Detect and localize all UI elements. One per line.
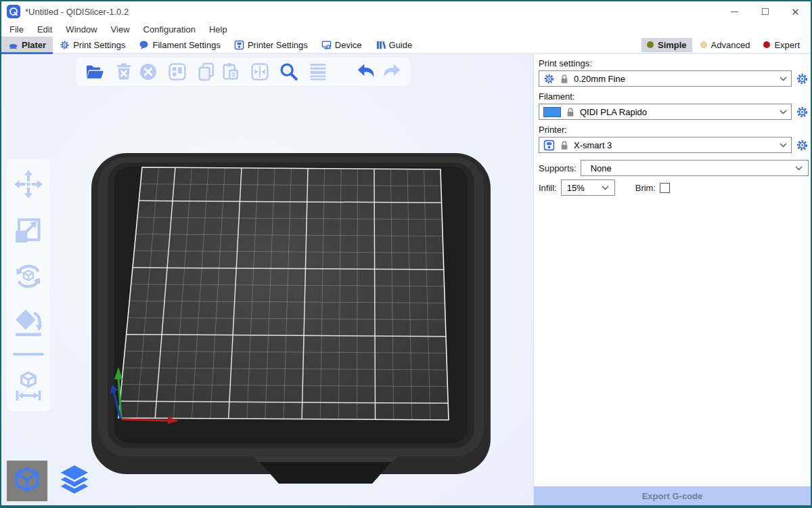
- undo-button[interactable]: [355, 60, 379, 84]
- place-on-face-icon: [13, 307, 44, 338]
- mode-expert[interactable]: Expert: [758, 38, 805, 52]
- measure-button[interactable]: [13, 371, 44, 402]
- redo-icon: [380, 60, 403, 83]
- maximize-button[interactable]: [750, 1, 780, 22]
- filament-value: QIDI PLA Rapido: [580, 107, 647, 117]
- close-icon: ✕: [791, 7, 800, 17]
- brim-label: Brim:: [635, 183, 656, 193]
- print-settings-label: Print settings:: [539, 58, 809, 68]
- window-title: *Untitled - QIDISlicer-1.0.2: [25, 7, 129, 17]
- menu-help[interactable]: Help: [202, 24, 234, 35]
- menu-configuration[interactable]: Configuration: [137, 24, 202, 35]
- variable-layer-height-button[interactable]: [306, 60, 330, 84]
- paste-button[interactable]: [219, 60, 243, 84]
- printer-label: Printer:: [539, 125, 809, 135]
- settings-sidebar: Print settings: 0.20mm Fine Filament: QI…: [533, 54, 811, 505]
- search-button[interactable]: [277, 60, 301, 84]
- open-folder-icon: [84, 61, 106, 83]
- printer-combo[interactable]: X-smart 3: [539, 137, 792, 153]
- filament-color-swatch: [543, 107, 561, 117]
- lock-icon: [566, 107, 575, 117]
- edit-printer-button[interactable]: [795, 138, 809, 152]
- tab-label: Plater: [22, 40, 46, 50]
- mode-advanced[interactable]: Advanced: [695, 38, 756, 52]
- layer-height-icon: [307, 61, 329, 83]
- menu-view[interactable]: View: [104, 24, 137, 35]
- view-3d-editor-button[interactable]: [7, 461, 47, 501]
- lock-icon: [560, 140, 569, 150]
- tab-label: Printer Settings: [248, 40, 308, 50]
- menu-bar: File Edit Window View Configuration Help: [1, 22, 811, 37]
- view-preview-button[interactable]: [54, 461, 95, 501]
- undo-icon: [355, 60, 378, 83]
- viewport-3d[interactable]: [1, 54, 533, 505]
- tab-device[interactable]: Device: [315, 37, 369, 53]
- maximize-icon: [762, 8, 769, 15]
- app-logo-icon: [7, 5, 20, 18]
- tab-label: Guide: [389, 40, 413, 50]
- lock-icon: [560, 74, 569, 84]
- arrange-icon: [166, 61, 188, 83]
- copy-button[interactable]: [194, 60, 219, 84]
- chevron-down-icon: [795, 166, 803, 171]
- menu-window[interactable]: Window: [59, 24, 104, 35]
- toolbar-top: [76, 58, 410, 86]
- export-gcode-button[interactable]: Export G-code: [534, 486, 811, 505]
- tab-label: Filament Settings: [152, 40, 220, 50]
- chevron-down-icon: [602, 186, 609, 190]
- arrange-button[interactable]: [165, 60, 189, 84]
- delete-icon: [113, 61, 135, 83]
- close-button[interactable]: ✕: [780, 1, 811, 22]
- delete-all-icon: [137, 61, 159, 83]
- supports-combo[interactable]: None: [581, 160, 809, 176]
- move-button[interactable]: [13, 169, 44, 200]
- redo-button[interactable]: [379, 60, 403, 84]
- rotate-button[interactable]: [13, 261, 44, 292]
- place-on-face-button[interactable]: [13, 307, 44, 338]
- tab-guide[interactable]: Guide: [369, 37, 420, 53]
- scale-button[interactable]: [13, 215, 44, 246]
- printer-icon: [543, 140, 555, 151]
- tab-plater[interactable]: Plater: [1, 37, 53, 53]
- edit-print-settings-button[interactable]: [795, 72, 809, 85]
- bed-handle: [257, 459, 394, 484]
- tab-print-settings[interactable]: Print Settings: [53, 37, 132, 53]
- open-button[interactable]: [83, 60, 107, 84]
- plater-icon: [8, 40, 18, 50]
- delete-all-button[interactable]: [136, 60, 160, 84]
- paste-icon: [220, 61, 242, 83]
- chevron-down-icon: [780, 143, 787, 148]
- tab-filament-settings[interactable]: Filament Settings: [132, 37, 227, 53]
- split-button[interactable]: [248, 60, 272, 84]
- infill-combo[interactable]: 15%: [561, 179, 615, 196]
- gear-icon: [796, 72, 809, 85]
- gear-icon: [796, 139, 809, 152]
- tab-printer-settings[interactable]: Printer Settings: [227, 37, 315, 53]
- menu-edit[interactable]: Edit: [30, 24, 59, 35]
- printer-value: X-smart 3: [574, 140, 612, 150]
- infill-label: Infill:: [539, 183, 557, 193]
- mode-simple[interactable]: Simple: [641, 38, 692, 52]
- edit-filament-button[interactable]: [795, 105, 809, 119]
- gear-icon: [60, 40, 70, 50]
- mode-label: Advanced: [711, 40, 750, 50]
- move-icon: [13, 169, 44, 200]
- mode-selector: Simple Advanced Expert: [641, 37, 811, 53]
- filament-label: Filament:: [539, 91, 809, 102]
- mode-label: Simple: [658, 40, 687, 50]
- device-icon: [321, 40, 332, 50]
- tab-bar: Plater Print Settings Filament Settings …: [1, 37, 811, 54]
- minimize-button[interactable]: [719, 1, 750, 22]
- filament-combo[interactable]: QIDI PLA Rapido: [539, 104, 792, 120]
- delete-button[interactable]: [112, 60, 136, 84]
- cube-3d-icon: [12, 466, 42, 496]
- gear-icon: [796, 106, 809, 119]
- tab-label: Print Settings: [73, 40, 125, 50]
- expert-dot-icon: [763, 41, 770, 48]
- minimize-icon: [731, 12, 738, 12]
- simple-dot-icon: [647, 41, 654, 48]
- chevron-down-icon: [780, 110, 787, 114]
- print-settings-combo[interactable]: 0.20mm Fine: [539, 70, 792, 87]
- brim-checkbox[interactable]: [660, 183, 670, 193]
- menu-file[interactable]: File: [3, 24, 30, 35]
